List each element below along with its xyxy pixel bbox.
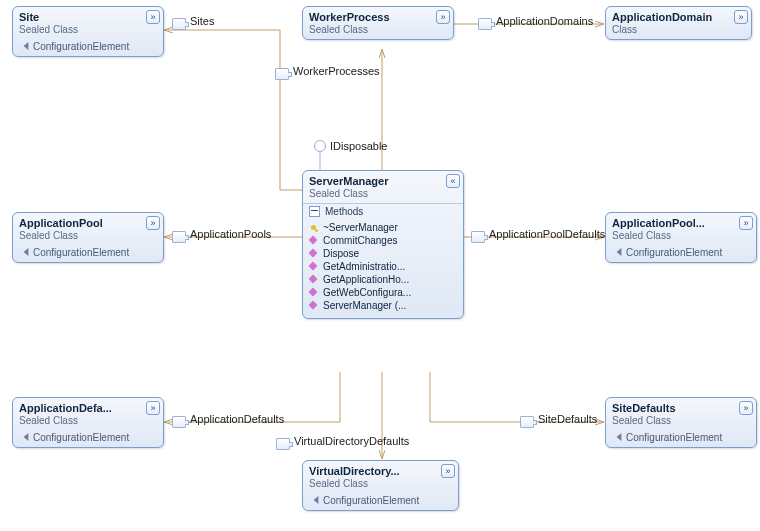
property-icon bbox=[172, 18, 186, 30]
edge-label-applicationdomains: ApplicationDomains bbox=[496, 15, 593, 27]
class-sub: Sealed Class bbox=[19, 415, 157, 426]
class-title: VirtualDirectory... bbox=[309, 465, 452, 477]
property-icon bbox=[276, 438, 290, 450]
class-sub: Sealed Class bbox=[309, 24, 447, 35]
class-sub: Class bbox=[612, 24, 745, 35]
methods-section-header[interactable]: Methods bbox=[303, 203, 463, 219]
class-box-applicationpool[interactable]: ApplicationPool Sealed Class » Configura… bbox=[12, 212, 164, 263]
edge-label-applicationdefaults: ApplicationDefaults bbox=[190, 413, 284, 425]
class-sub: Sealed Class bbox=[309, 188, 457, 199]
class-sub: Sealed Class bbox=[612, 230, 750, 241]
method-icon bbox=[309, 249, 319, 259]
inherit-arrow-icon bbox=[19, 434, 29, 442]
section-label: Methods bbox=[325, 206, 363, 217]
base-class-label: ConfigurationElement bbox=[33, 247, 129, 258]
base-class-label: ConfigurationElement bbox=[323, 495, 419, 506]
class-title: ServerManager bbox=[309, 175, 457, 187]
interface-lollipop-icon bbox=[314, 140, 326, 152]
method-icon bbox=[309, 275, 319, 285]
base-class-row: ConfigurationElement bbox=[606, 430, 756, 447]
edge-label-idisposable: IDisposable bbox=[330, 140, 387, 152]
property-icon bbox=[172, 231, 186, 243]
class-box-virtualdirectorydefaults[interactable]: VirtualDirectory... Sealed Class » Confi… bbox=[302, 460, 459, 511]
method-item[interactable]: GetApplicationHo... bbox=[307, 273, 459, 286]
edge-label-virtualdirectorydefaults: VirtualDirectoryDefaults bbox=[294, 435, 409, 447]
method-icon bbox=[309, 301, 319, 311]
inherit-arrow-icon bbox=[19, 249, 29, 257]
class-title: ApplicationPool bbox=[19, 217, 157, 229]
class-box-workerprocess[interactable]: WorkerProcess Sealed Class » bbox=[302, 6, 454, 40]
property-icon bbox=[478, 18, 492, 30]
methods-list: ~ServerManager CommitChanges Dispose Get… bbox=[303, 219, 463, 318]
edge-label-applicationpooldefaults: ApplicationPoolDefaults bbox=[489, 228, 605, 240]
base-class-row: ConfigurationElement bbox=[13, 39, 163, 56]
class-sub: Sealed Class bbox=[19, 230, 157, 241]
property-icon bbox=[520, 416, 534, 428]
class-sub: Sealed Class bbox=[19, 24, 157, 35]
class-title: SiteDefaults bbox=[612, 402, 750, 414]
method-icon bbox=[309, 236, 319, 246]
inherit-arrow-icon bbox=[309, 497, 319, 505]
method-item[interactable]: CommitChanges bbox=[307, 234, 459, 247]
base-class-label: ConfigurationElement bbox=[33, 41, 129, 52]
class-title: WorkerProcess bbox=[309, 11, 447, 23]
class-sub: Sealed Class bbox=[309, 478, 452, 489]
inherit-arrow-icon bbox=[612, 249, 622, 257]
base-class-row: ConfigurationElement bbox=[13, 430, 163, 447]
method-icon bbox=[309, 262, 319, 272]
class-box-servermanager[interactable]: ServerManager Sealed Class « Methods ~Se… bbox=[302, 170, 464, 319]
method-item[interactable]: Dispose bbox=[307, 247, 459, 260]
edge-label-applicationpools: ApplicationPools bbox=[190, 228, 271, 240]
class-title: ApplicationDefa... bbox=[19, 402, 157, 414]
class-box-applicationdomain[interactable]: ApplicationDomain Class » bbox=[605, 6, 752, 40]
method-item[interactable]: GetWebConfigura... bbox=[307, 286, 459, 299]
minus-icon[interactable] bbox=[309, 206, 320, 217]
class-box-sitedefaults[interactable]: SiteDefaults Sealed Class » Configuratio… bbox=[605, 397, 757, 448]
expand-icon[interactable]: » bbox=[146, 216, 160, 230]
collapse-icon[interactable]: « bbox=[446, 174, 460, 188]
base-class-label: ConfigurationElement bbox=[626, 432, 722, 443]
base-class-label: ConfigurationElement bbox=[33, 432, 129, 443]
property-icon bbox=[172, 416, 186, 428]
base-class-row: ConfigurationElement bbox=[303, 493, 458, 510]
edge-label-workerprocesses: WorkerProcesses bbox=[293, 65, 380, 77]
class-sub: Sealed Class bbox=[612, 415, 750, 426]
expand-icon[interactable]: » bbox=[441, 464, 455, 478]
inherit-arrow-icon bbox=[612, 434, 622, 442]
expand-icon[interactable]: » bbox=[734, 10, 748, 24]
base-class-row: ConfigurationElement bbox=[606, 245, 756, 262]
class-box-applicationdefaults[interactable]: ApplicationDefa... Sealed Class » Config… bbox=[12, 397, 164, 448]
inherit-arrow-icon bbox=[19, 43, 29, 51]
base-class-row: ConfigurationElement bbox=[13, 245, 163, 262]
class-box-applicationpooldefaults[interactable]: ApplicationPool... Sealed Class » Config… bbox=[605, 212, 757, 263]
expand-icon[interactable]: » bbox=[739, 216, 753, 230]
class-title: Site bbox=[19, 11, 157, 23]
method-item[interactable]: ServerManager (... bbox=[307, 299, 459, 312]
base-class-label: ConfigurationElement bbox=[626, 247, 722, 258]
expand-icon[interactable]: » bbox=[739, 401, 753, 415]
method-item[interactable]: ~ServerManager bbox=[307, 221, 459, 234]
class-title: ApplicationDomain bbox=[612, 11, 745, 23]
class-box-site[interactable]: Site Sealed Class » ConfigurationElement bbox=[12, 6, 164, 57]
edge-label-sitedefaults: SiteDefaults bbox=[538, 413, 597, 425]
expand-icon[interactable]: » bbox=[146, 10, 160, 24]
method-icon bbox=[309, 288, 319, 298]
expand-icon[interactable]: » bbox=[146, 401, 160, 415]
expand-icon[interactable]: » bbox=[436, 10, 450, 24]
property-icon bbox=[275, 68, 289, 80]
edge-label-sites: Sites bbox=[190, 15, 214, 27]
property-icon bbox=[471, 231, 485, 243]
class-title: ApplicationPool... bbox=[612, 217, 750, 229]
method-item[interactable]: GetAdministratio... bbox=[307, 260, 459, 273]
destructor-icon bbox=[309, 223, 319, 233]
